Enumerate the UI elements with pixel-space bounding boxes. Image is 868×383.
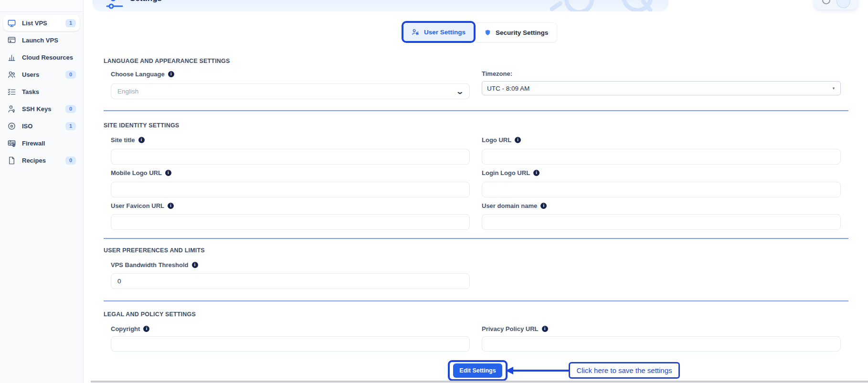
- info-icon[interactable]: i: [515, 137, 521, 143]
- sidebar-item-tasks[interactable]: Tasks: [3, 83, 80, 100]
- section-title-legal: LEGAL AND POLICY SETTINGS: [104, 311, 196, 318]
- sidebar: List VPS 1 Launch VPS Cloud Resources: [0, 0, 84, 383]
- sidebar-header: [0, 0, 83, 12]
- count-badge: 0: [65, 105, 76, 113]
- sidebar-item-label: Recipes: [22, 157, 46, 164]
- dropdown-arrow-icon: ▼: [832, 86, 836, 91]
- count-badge: 0: [65, 156, 76, 165]
- count-badge: 0: [65, 71, 76, 79]
- timezone-label: Timezone:: [482, 70, 512, 77]
- section-title-language: LANGUAGE AND APPEARANCE SETTINGS: [104, 58, 230, 64]
- sidebar-nav: List VPS 1 Launch VPS Cloud Resources: [0, 12, 83, 171]
- save-hint-annotation: Click here to save the settings: [569, 362, 680, 379]
- info-icon[interactable]: i: [533, 170, 540, 176]
- info-icon[interactable]: i: [168, 71, 174, 77]
- choose-language-select[interactable]: English ⌄: [111, 83, 470, 99]
- user-favicon-url-input[interactable]: [111, 214, 470, 230]
- timezone-select[interactable]: UTC - 8:09 AM ▼: [482, 81, 841, 95]
- sidebar-item-label: ISO: [22, 123, 32, 130]
- login-logo-url-input[interactable]: [482, 182, 841, 197]
- settings-page: List VPS 1 Launch VPS Cloud Resources: [0, 0, 868, 383]
- bottom-edge-line: [91, 381, 868, 383]
- count-badge: 1: [65, 19, 76, 27]
- account-toolbar: [815, 0, 857, 10]
- privacy-policy-url-input[interactable]: [482, 336, 841, 352]
- count-badge: 1: [65, 122, 76, 130]
- logo-url-input[interactable]: [482, 149, 841, 165]
- sidebar-item-list-vps[interactable]: List VPS 1: [3, 15, 80, 31]
- annotation-arrow-line: [513, 370, 569, 372]
- vps-bandwidth-threshold-input[interactable]: [111, 273, 470, 289]
- sidebar-item-label: Users: [22, 71, 39, 78]
- section-title-site-identity: SITE IDENTITY SETTINGS: [104, 122, 179, 129]
- info-icon[interactable]: i: [138, 137, 145, 143]
- user-domain-name-input[interactable]: [482, 214, 841, 230]
- bar-chart-icon: [7, 53, 16, 62]
- section-divider: [104, 300, 848, 301]
- sidebar-item-recipes[interactable]: Recipes 0: [3, 152, 80, 168]
- section-divider: [104, 238, 848, 239]
- section-divider: [104, 110, 848, 111]
- settings-tabs: User Settings Security Settings: [402, 21, 557, 43]
- sidebar-item-label: Launch VPS: [22, 37, 58, 44]
- page-title: Settings: [130, 0, 162, 3]
- monitor-icon: [7, 19, 16, 28]
- info-icon[interactable]: i: [165, 170, 171, 176]
- key-user-icon: [7, 104, 16, 114]
- file-icon: [7, 156, 16, 165]
- tab-security-settings[interactable]: Security Settings: [476, 22, 557, 42]
- window-plus-icon: [7, 36, 16, 45]
- user-avatar[interactable]: [836, 0, 850, 8]
- wrench-watermark-handle: [549, 0, 563, 11]
- sliders-icon: [105, 0, 124, 11]
- mobile-logo-url-label: Mobile Logo URL i: [111, 169, 171, 176]
- firewall-icon: [7, 139, 16, 148]
- sidebar-item-cloud-resources[interactable]: Cloud Resources: [3, 49, 80, 65]
- choose-language-value: English: [117, 88, 138, 95]
- sidebar-item-label: Tasks: [22, 88, 39, 95]
- privacy-policy-url-label: Privacy Policy URL i: [482, 325, 548, 332]
- sidebar-item-firewall[interactable]: Firewall: [3, 135, 80, 151]
- timezone-value: UTC - 8:09 AM: [487, 85, 529, 92]
- info-icon[interactable]: i: [168, 203, 174, 209]
- edit-settings-button[interactable]: Edit Settings: [453, 363, 502, 378]
- shield-icon: [484, 29, 491, 36]
- user-sliders-icon: [412, 28, 420, 36]
- sidebar-item-label: Firewall: [22, 140, 45, 147]
- choose-language-label: Choose Language i: [111, 71, 174, 78]
- info-icon[interactable]: i: [192, 262, 198, 268]
- user-favicon-url-label: User Favicon URL i: [111, 202, 174, 209]
- user-domain-name-label: User domain name i: [482, 202, 547, 209]
- section-title-preferences: USER PREFERENCES AND LIMITS: [104, 247, 205, 254]
- theme-toggle-icon[interactable]: [822, 0, 830, 4]
- site-title-label: Site title i: [111, 136, 145, 144]
- sidebar-item-iso[interactable]: ISO 1: [3, 118, 80, 134]
- site-title-input[interactable]: [111, 149, 470, 165]
- sidebar-item-label: List VPS: [22, 20, 47, 27]
- mobile-logo-url-input[interactable]: [111, 182, 470, 197]
- sidebar-item-label: Cloud Resources: [22, 54, 73, 61]
- edit-settings-annotation-box: Edit Settings: [448, 360, 508, 381]
- tab-label: User Settings: [424, 29, 466, 36]
- logo-url-label: Logo URL i: [482, 136, 521, 144]
- info-icon[interactable]: i: [540, 203, 547, 209]
- annotation-arrow-head: [506, 367, 513, 374]
- copyright-input[interactable]: [111, 336, 470, 352]
- user-settings-annotation-box: User Settings: [402, 21, 476, 43]
- sidebar-item-label: SSH Keys: [22, 105, 51, 113]
- tab-user-settings[interactable]: User Settings: [403, 23, 474, 41]
- checklist-icon: [7, 87, 16, 96]
- sidebar-item-launch-vps[interactable]: Launch VPS: [3, 32, 80, 48]
- chevron-down-icon: ⌄: [456, 88, 465, 95]
- login-logo-url-label: Login Logo URL i: [482, 169, 540, 176]
- info-icon[interactable]: i: [542, 326, 548, 332]
- sidebar-item-users[interactable]: Users 0: [3, 66, 80, 83]
- wrench-watermark-icon: [564, 0, 594, 11]
- tab-label: Security Settings: [496, 29, 548, 36]
- info-icon[interactable]: i: [143, 326, 149, 332]
- page-header-banner: Settings: [93, 0, 668, 11]
- users-icon: [7, 70, 16, 79]
- sidebar-item-ssh-keys[interactable]: SSH Keys 0: [3, 101, 80, 117]
- copyright-label: Copyright i: [111, 325, 149, 332]
- disc-icon: [7, 122, 16, 131]
